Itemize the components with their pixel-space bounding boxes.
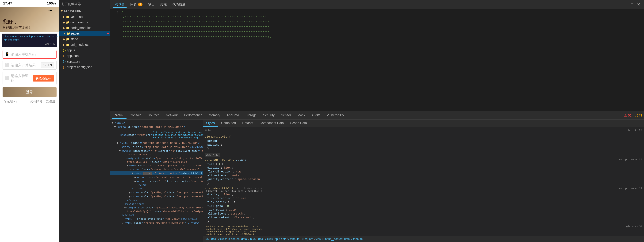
pages-badge <box>107 33 109 34</box>
appjson-label: app.json <box>66 54 79 58</box>
register-link[interactable]: 没有账号，去注册 <box>30 99 55 103</box>
get-code-button[interactable]: 获取验证码 <box>33 75 54 82</box>
dots-menu[interactable]: ••• ⊙ <box>48 9 56 13</box>
sidebar-item-project-config[interactable]: { } project.config.json <box>59 64 110 70</box>
tab-dataset[interactable]: Dataset <box>239 120 256 127</box>
dom-line-view-close[interactable]: </view> <box>110 187 203 191</box>
phone-field[interactable]: 📱 请输入手机号码 <box>2 50 56 59</box>
dom-line-close[interactable]: </view> <box>110 183 203 187</box>
close-brace2: } <box>205 181 642 185</box>
dom-line-forget-row[interactable]: ▶ <view class="forget-row data-v-b237504… <box>110 221 203 225</box>
tooltip-size: 275 × 39 <box>4 42 55 46</box>
sidebar-item-appwxss[interactable]: { } app.wxss <box>59 59 110 64</box>
static-label: static <box>70 37 78 41</box>
tab-performance[interactable]: Performance <box>181 112 206 119</box>
flex-direction-col-prop: flex-direction : column; <box>205 196 642 200</box>
dom-line-swiper-item2[interactable]: ▼ <swiper-item style="position: absolute… <box>110 206 203 210</box>
view-selector-row: view.data-v-fdbb9fe6, scroll-view.data-v… <box>205 187 642 190</box>
dom-line-u-input3[interactable]: ▶ <view style="padding:0" class="u-input… <box>110 195 203 199</box>
tab-computed[interactable]: Computed <box>218 120 239 127</box>
dom-line-field[interactable]: ▶ <view bindtap="__e" data-event-opts="t… <box>110 179 203 183</box>
styles-content: element.style { border : padding : <box>203 134 644 236</box>
dom-line-image[interactable]: <image mode="true" src="https://dsncv-te… <box>110 129 203 141</box>
tab-styles[interactable]: Styles <box>203 120 218 127</box>
breadcrumb-bar: 237504c › view.card-content.data-v-b2375… <box>203 236 644 242</box>
u-input-source: u-input.wxss:30 <box>619 158 642 162</box>
u-input-content-rule: .u-input__content data-v- u-input.wxss:3… <box>205 158 642 185</box>
dom-line-prefix-icon[interactable]: ▶ <view class="u-input__content__prefix-… <box>110 175 203 179</box>
dom-line-u-input2[interactable]: ▶ <view style="padding:0" class="u-input… <box>110 191 203 195</box>
root-folder[interactable]: ▼ MP-WEIXIN <box>59 8 110 14</box>
dom-line-swiper-item2b: translateZ(0px);" class="data-v-b237504c… <box>110 210 203 213</box>
dom-line-login-btn[interactable]: <view __e" data-event-opts="tap,login">登… <box>110 217 203 221</box>
captcha-placeholder: 请输入计算结果 <box>11 63 39 68</box>
breadcrumb-card-content[interactable]: view.card-content.data-v-b237504c <box>218 237 263 241</box>
tab-sensor[interactable]: Sensor <box>278 112 294 119</box>
close-icon[interactable]: ✕ <box>636 2 642 7</box>
sidebar-item-common[interactable]: ▶ 📁 common <box>59 14 110 20</box>
login-button[interactable]: 登录 <box>2 87 56 97</box>
dom-panel: ▼ <page> ▼ <view class="content data-v-b… <box>110 120 203 242</box>
breadcrumb-u-input-content[interactable]: view.u-input__content.data-v-fdbb9fe6 <box>316 237 364 241</box>
forgot-password-link[interactable]: 忘记密码 <box>4 99 16 103</box>
tab-mock[interactable]: Mock <box>294 112 308 119</box>
dom-line-center-content[interactable]: ▼ <view class="center-content data-v-b23… <box>110 141 203 145</box>
view-selector-cont: fdbb9fe6, swiper-item.data-v-fdbb9fe6 { <box>205 190 642 193</box>
tab-security[interactable]: Security <box>260 112 278 119</box>
tab-component-data[interactable]: Component Data <box>256 120 287 127</box>
tab-network[interactable]: Network <box>163 112 181 119</box>
tab-output[interactable]: 输出 <box>146 1 157 8</box>
breadcrumb-237504c[interactable]: 237504c <box>205 237 216 241</box>
sidebar-item-static[interactable]: ▶ 📁 static <box>59 36 110 42</box>
dom-line-swiper[interactable]: ▼ <swiper bindchange="__e" current="0" d… <box>110 149 203 153</box>
flex-basis-prop: flex-basis : auto; <box>205 208 642 212</box>
sidebar-item-pages[interactable]: ▼ 📁 pages <box>59 31 110 36</box>
tab-memory[interactable]: Memory <box>206 112 224 119</box>
tab-appdata[interactable]: AppData <box>224 112 242 119</box>
verify-field[interactable]: ⬜ 请输入验证码 获取验证码 <box>2 72 56 85</box>
dom-line-u-input-content[interactable]: ▼ <view class="u-input__content" data-v-… <box>110 171 203 175</box>
dom-line-card-content[interactable]: ▼ <view class="card-content padding-h da… <box>110 164 203 168</box>
dom-line-swiper-item1[interactable]: ▼ <swiper-item style="position: absolute… <box>110 157 203 160</box>
tab-issues[interactable]: 问题 1 <box>128 1 145 8</box>
maximize-icon[interactable]: □ <box>630 2 634 7</box>
tab-scope-data[interactable]: Scope Data <box>287 120 310 127</box>
components-folder-icon: ▶ 📁 <box>63 21 70 24</box>
minimize-icon[interactable]: — <box>622 2 628 7</box>
tab-sources[interactable]: Sources <box>144 112 162 119</box>
sidebar-item-uni-modules[interactable]: ▶ 📁 uni_modules <box>59 42 110 48</box>
flex-grow-prop: flex-grow : 0; <box>205 204 642 208</box>
sidebar-item-appjs[interactable]: { } app.js <box>59 48 110 53</box>
dom-line-u-input[interactable]: ▼ <view class="u-input data-v-fdbb9fe6 u… <box>110 168 203 171</box>
element-tooltip: view.u-input__content.input--u-input_con… <box>2 34 57 47</box>
file-tree-header: 打开的编辑器 <box>59 0 110 8</box>
sidebar-item-appjson[interactable]: { } app.json <box>59 53 110 59</box>
sidebar-item-components[interactable]: ▶ 📁 components <box>59 20 110 25</box>
align-items-stretch-prop: align-items : stretch; <box>205 212 642 216</box>
tab-console[interactable]: Console <box>126 112 144 119</box>
tab-wxml[interactable]: Wxml <box>112 112 126 119</box>
hero-text: 您好， 欢迎来到国艺文创！ <box>2 19 56 30</box>
filter-input[interactable] <box>205 129 623 132</box>
status-bar: 17:47 100% <box>0 0 59 7</box>
dom-line-swiper-item-close[interactable]: </swiper-item> <box>110 202 203 206</box>
tab-code-quality[interactable]: 代码质量 <box>170 1 188 8</box>
sidebar-item-node-modules[interactable]: ▶ 📁 node_modules <box>59 25 110 31</box>
tab-audits[interactable]: Audits <box>308 112 324 119</box>
devtools-main: ▼ <page> ▼ <view class="content data-v-b… <box>110 120 644 242</box>
tab-debugger[interactable]: 调试器 <box>113 1 127 8</box>
tab-vulnerability[interactable]: Vulnerability <box>324 112 347 119</box>
captcha-field[interactable]: ⬜ 请输入计算结果 19 + 9 <box>2 61 56 70</box>
close-brace: } <box>205 147 642 151</box>
tab-storage[interactable]: Storage <box>242 112 260 119</box>
appwxss-label: app.wxss <box>66 60 80 63</box>
dom-line-view-close2[interactable]: </view> <box>110 199 203 202</box>
dom-line-view-content[interactable]: ▼ <view class="content data-v-b237504c"> <box>110 125 203 129</box>
breadcrumb-u-input[interactable]: view.u-input.data-v-fdbb9fe6.u-square <box>265 237 313 241</box>
cls-button[interactable]: .cls <box>624 128 632 132</box>
tab-terminal[interactable]: 终端 <box>158 1 169 8</box>
dom-line-page[interactable]: ▼ <page> <box>110 121 203 125</box>
add-style-button[interactable]: + <box>633 128 638 132</box>
dom-line-top-tabs[interactable]: <view class="top-tabs data-v-b237504c"><… <box>110 145 203 149</box>
dom-line-swiper-close[interactable]: </swiper> <box>110 213 203 217</box>
